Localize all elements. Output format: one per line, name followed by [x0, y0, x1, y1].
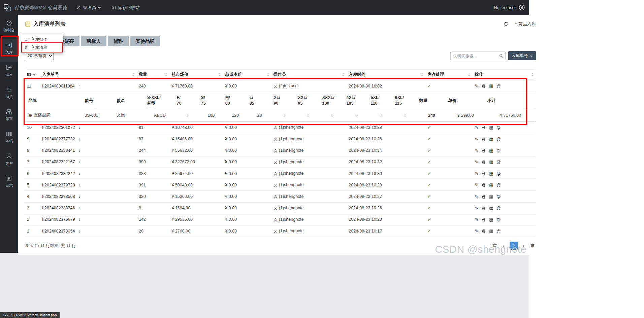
grid-icon[interactable]: ▦ — [489, 148, 493, 153]
submenu-item-stock-in-operation[interactable]: 入库操作 — [21, 35, 63, 43]
grid-icon[interactable]: ▦ — [489, 137, 493, 142]
print-icon[interactable] — [482, 182, 486, 187]
expand-icon[interactable]: ↓ — [78, 206, 80, 210]
sidebar-item-inventory[interactable]: 库存 — [0, 106, 18, 128]
order-no-filter-button[interactable]: 入库单号 — [508, 51, 536, 60]
edit-icon[interactable]: ✎ — [475, 194, 478, 199]
mention-icon[interactable]: @ — [497, 194, 501, 199]
expand-icon[interactable]: ↓ — [78, 148, 80, 153]
mention-icon[interactable]: @ — [497, 160, 501, 164]
submenu-item-stock-in-list[interactable]: 入库清单 — [21, 43, 63, 51]
refresh-icon[interactable] — [504, 22, 509, 26]
sidebar-item-customers[interactable]: 客户 — [0, 150, 18, 173]
sidebar-item-outbound[interactable]: 出库 — [0, 62, 18, 84]
grid-icon[interactable]: ▦ — [489, 125, 493, 130]
sort-icon[interactable] — [218, 73, 221, 76]
expand-icon[interactable]: ↓ — [78, 125, 80, 130]
expand-icon[interactable]: ↓ — [78, 160, 80, 164]
expand-icon[interactable]: ↓ — [78, 137, 80, 141]
edit-icon[interactable]: ✎ — [475, 148, 478, 153]
table-row: 5II2024082379728↓391¥ 50048.00¥ 0.00(1)s… — [25, 179, 536, 191]
print-icon[interactable] — [482, 148, 486, 153]
mention-icon[interactable]: @ — [497, 217, 501, 222]
grid-icon[interactable]: ▦ — [489, 182, 493, 187]
print-icon[interactable] — [482, 194, 486, 199]
tab-other-brands[interactable]: 其他品牌 — [130, 36, 160, 46]
sort-icon[interactable] — [531, 73, 534, 76]
print-icon[interactable] — [482, 171, 486, 176]
column-actions[interactable]: 操作 — [473, 69, 536, 80]
column-operator[interactable]: 操作员 — [271, 69, 347, 80]
print-icon[interactable] — [482, 160, 486, 165]
row-actions: ✎▦@ — [473, 145, 536, 156]
mention-icon[interactable]: @ — [497, 125, 501, 130]
edit-icon[interactable]: ✎ — [475, 137, 478, 142]
sidebar-label: 日志 — [5, 183, 13, 188]
print-icon[interactable] — [482, 206, 486, 211]
column-time[interactable]: 入库时间 — [347, 69, 425, 80]
add-stock-in-button[interactable]: + 货品入库 — [515, 21, 536, 27]
edit-icon[interactable]: ✎ — [475, 160, 478, 165]
sidebar-item-inbound[interactable]: 入库 — [0, 39, 18, 62]
edit-icon[interactable]: ✎ — [475, 182, 478, 187]
print-icon[interactable] — [482, 217, 486, 222]
mention-icon[interactable]: @ — [497, 183, 501, 187]
edit-icon[interactable]: ✎ — [475, 228, 478, 234]
grid-icon[interactable]: ▦ — [489, 83, 493, 89]
grid-icon[interactable]: ▦ — [489, 217, 493, 222]
sort-icon[interactable] — [421, 73, 423, 76]
column-id[interactable]: ID — [25, 69, 40, 80]
edit-icon[interactable]: ✎ — [475, 171, 478, 176]
admin-menu[interactable]: 管理员 — [71, 0, 106, 15]
mention-icon[interactable]: @ — [497, 229, 501, 234]
sidebar-item-returns[interactable]: 退货 — [0, 84, 18, 106]
print-icon[interactable] — [482, 83, 486, 89]
expand-icon[interactable]: ↓ — [78, 217, 80, 222]
operator-person-icon — [273, 160, 278, 165]
mention-icon[interactable]: @ — [497, 206, 501, 210]
sort-icon[interactable] — [342, 73, 345, 76]
search-input[interactable] — [450, 51, 506, 60]
column-order-no[interactable]: 入库单号 — [40, 69, 137, 80]
recycle-bin-menu[interactable]: 库存回收站 — [106, 0, 145, 15]
mention-icon[interactable]: @ — [497, 84, 501, 89]
grid-icon[interactable]: ▦ — [489, 194, 493, 199]
user-avatar-icon[interactable] — [519, 5, 525, 10]
mention-icon[interactable]: @ — [497, 148, 501, 153]
row-time: 2024-08-23 10:25 — [347, 202, 425, 214]
expand-icon[interactable]: ↓ — [78, 194, 80, 199]
sort-icon[interactable] — [267, 73, 269, 76]
grid-icon[interactable]: ▦ — [489, 160, 493, 165]
expand-icon[interactable]: ↓ — [78, 229, 80, 234]
column-market-total[interactable]: 总市场价 — [169, 69, 223, 80]
sidebar-item-logs[interactable]: 日志 — [0, 173, 18, 195]
grid-icon[interactable]: ▦ — [489, 171, 493, 176]
brand[interactable]: 什络服饰WMS 仓储系统 — [0, 0, 71, 15]
tab-nanjiren[interactable]: 南极人 — [81, 36, 106, 46]
column-qty[interactable]: 数量 — [137, 69, 169, 80]
expand-icon[interactable]: ↓ — [78, 171, 80, 176]
mention-icon[interactable]: @ — [497, 137, 501, 141]
sidebar-item-dashboard[interactable]: 控制台 — [0, 17, 18, 39]
pagination-last[interactable]: 末 — [530, 243, 535, 249]
mention-icon[interactable]: @ — [497, 171, 501, 176]
column-cost-total[interactable]: 总成本价 — [223, 69, 271, 80]
print-icon[interactable] — [482, 137, 486, 142]
print-icon[interactable] — [482, 228, 486, 234]
tab-fuliao[interactable]: 辅料 — [108, 36, 129, 46]
edit-icon[interactable]: ✎ — [475, 83, 478, 89]
column-processed[interactable]: 库存处理 — [425, 69, 473, 80]
grid-icon[interactable]: ▦ — [489, 228, 493, 234]
edit-icon[interactable]: ✎ — [475, 206, 478, 211]
edit-icon[interactable]: ✎ — [475, 125, 478, 130]
sort-icon[interactable] — [132, 73, 135, 76]
collapse-icon[interactable]: ↑ — [78, 84, 80, 89]
sort-icon[interactable] — [165, 73, 167, 76]
search-icon[interactable] — [499, 54, 503, 58]
sidebar-item-barcode[interactable]: 条码 — [0, 128, 18, 150]
print-icon[interactable] — [482, 125, 486, 130]
edit-icon[interactable]: ✎ — [475, 217, 478, 222]
expand-icon[interactable]: ↓ — [78, 183, 80, 187]
grid-icon[interactable]: ▦ — [489, 206, 493, 211]
sort-icon[interactable] — [468, 73, 471, 76]
